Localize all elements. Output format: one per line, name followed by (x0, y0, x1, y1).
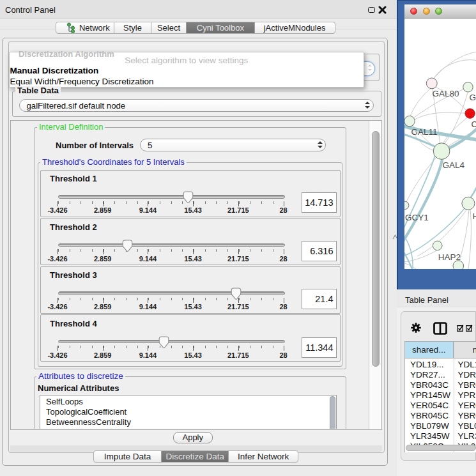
svg-text:GAL11: GAL11 (411, 127, 438, 137)
svg-text:G.: G. (470, 93, 476, 102)
svg-text:GAL4: GAL4 (443, 160, 465, 169)
svg-text:H: H (473, 211, 476, 221)
svg-text:GCY1: GCY1 (405, 212, 429, 222)
svg-text:GAL80: GAL80 (433, 88, 459, 98)
svg-text:HAP2: HAP2 (438, 252, 461, 261)
svg-text:C: C (472, 119, 476, 129)
